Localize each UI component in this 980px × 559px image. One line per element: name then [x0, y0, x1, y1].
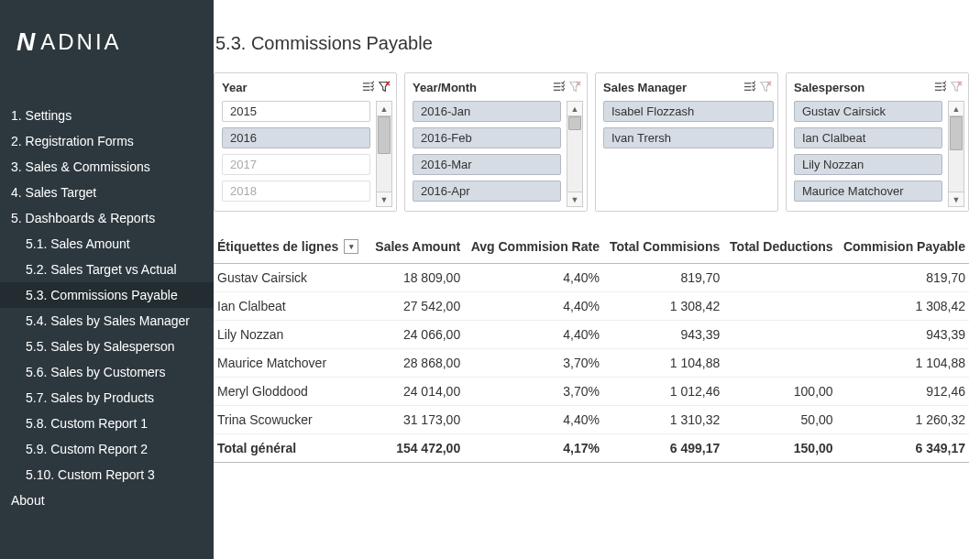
col-row-labels: Étiquettes de lignes — [217, 239, 338, 254]
sidebar-subitem[interactable]: 5.4. Sales by Sales Manager — [0, 308, 214, 334]
col-sales-amount: Sales Amount — [369, 234, 464, 264]
cell-ded — [723, 292, 836, 321]
slicer-year-month-title: Year/Month — [413, 81, 550, 94]
cell-name: Ian Clalbeat — [214, 292, 369, 321]
cell-comm: 1 310,32 — [603, 406, 723, 434]
slicer-item[interactable]: 2017 — [222, 154, 370, 175]
cell-name: Trina Scowucker — [214, 406, 369, 434]
multiselect-icon[interactable] — [741, 79, 757, 95]
slicer-item[interactable]: 2016-Feb — [413, 127, 561, 148]
slicer-item[interactable]: Ian Clalbeat — [794, 127, 942, 148]
slicer-salesperson-title: Salesperson — [794, 81, 931, 94]
table-row: Maurice Matchover28 868,003,70%1 104,881… — [214, 349, 969, 378]
sidebar-item[interactable]: 3. Sales & Commissions — [0, 154, 214, 180]
cell-pay: 943,39 — [837, 321, 969, 349]
slicer-year-title: Year — [222, 81, 359, 94]
cell-sales: 18 809,00 — [369, 264, 464, 292]
scroll-up-icon[interactable]: ▲ — [567, 102, 582, 116]
sidebar-subitem[interactable]: 5.9. Custom Report 2 — [0, 436, 214, 462]
clear-filter-icon[interactable] — [757, 79, 774, 95]
cell-rate: 3,70% — [464, 349, 603, 378]
scroll-thumb[interactable] — [568, 116, 581, 130]
cell-name: Meryl Gloddood — [214, 378, 369, 406]
sidebar-item[interactable]: About — [0, 488, 214, 513]
cell-comm: 943,39 — [603, 321, 723, 349]
col-total-commissions: Total Commisions — [603, 234, 723, 264]
scroll-up-icon[interactable]: ▲ — [377, 102, 391, 116]
total-commissions: 6 499,17 — [603, 434, 723, 463]
cell-comm: 1 308,42 — [603, 292, 723, 321]
slicer-item[interactable]: 2016 — [222, 127, 370, 148]
table-row: Meryl Gloddood24 014,003,70%1 012,46100,… — [214, 378, 969, 406]
scroll-thumb[interactable] — [950, 116, 963, 150]
slicer-item[interactable]: Isabel Flozzash — [603, 101, 774, 122]
slicer-item[interactable]: 2016-Jan — [413, 101, 561, 122]
scroll-thumb[interactable] — [378, 116, 391, 154]
clear-filter-icon[interactable] — [567, 79, 583, 95]
cell-name: Lily Nozzan — [214, 321, 369, 349]
total-label: Total général — [214, 434, 369, 463]
cell-sales: 27 542,00 — [369, 292, 464, 321]
total-rate: 4,17% — [464, 434, 603, 463]
slicer-item[interactable]: 2015 — [222, 101, 370, 122]
sidebar-subitem[interactable]: 5.8. Custom Report 1 — [0, 411, 214, 436]
slicer-sales-manager-title: Sales Manager — [603, 81, 741, 94]
scroll-down-icon[interactable]: ▼ — [377, 192, 391, 206]
cell-comm: 1 012,46 — [603, 378, 723, 406]
clear-filter-icon[interactable] — [948, 79, 964, 95]
slicer-item[interactable]: Maurice Matchover — [794, 181, 942, 202]
logo-text: ADNIA — [40, 29, 121, 55]
multiselect-icon[interactable] — [550, 79, 567, 95]
scroll-down-icon[interactable]: ▼ — [949, 192, 963, 206]
main-content: 5.3. Commissions Payable Year 2015201620… — [214, 0, 980, 559]
sidebar-item[interactable]: 1. Settings — [0, 103, 214, 128]
slicer-salesperson: Salesperson Gustav CairsickIan ClalbeatL… — [786, 72, 969, 212]
table-row: Trina Scowucker31 173,004,40%1 310,3250,… — [214, 406, 969, 434]
row-label-dropdown-icon[interactable]: ▾ — [344, 239, 358, 254]
sidebar-item[interactable]: 2. Registration Forms — [0, 128, 214, 154]
slicer-item[interactable]: 2016-Apr — [413, 181, 561, 202]
slicer-item[interactable]: Lily Nozzan — [794, 154, 942, 175]
cell-rate: 4,40% — [464, 406, 603, 434]
cell-sales: 24 066,00 — [369, 321, 464, 349]
page-title: 5.3. Commissions Payable — [214, 0, 980, 72]
slicer-item[interactable]: 2018 — [222, 181, 370, 202]
sidebar-subitem[interactable]: 5.10. Custom Report 3 — [0, 462, 214, 488]
col-total-deductions: Total Deductions — [723, 234, 836, 264]
cell-rate: 4,40% — [464, 292, 603, 321]
sidebar-subitem[interactable]: 5.1. Sales Amount — [0, 231, 214, 257]
sidebar-item[interactable]: 5. Dashboards & Reports — [0, 205, 214, 231]
multiselect-icon[interactable] — [931, 79, 948, 95]
cell-comm: 819,70 — [603, 264, 723, 292]
slicer-item[interactable]: Ivan Trersh — [603, 127, 774, 148]
cell-comm: 1 104,88 — [603, 349, 723, 378]
col-commission-payable: Commision Payable — [837, 234, 969, 264]
scrollbar[interactable]: ▲ ▼ — [376, 101, 392, 207]
total-payable: 6 349,17 — [837, 434, 969, 463]
slicer-item[interactable]: Gustav Cairsick — [794, 101, 942, 122]
scroll-up-icon[interactable]: ▲ — [949, 102, 963, 116]
multiselect-icon[interactable] — [359, 79, 376, 95]
cell-sales: 31 173,00 — [369, 406, 464, 434]
scroll-down-icon[interactable]: ▼ — [567, 192, 582, 206]
slicer-sales-manager: Sales Manager Isabel FlozzashIvan Trersh — [595, 72, 778, 212]
total-sales: 154 472,00 — [369, 434, 464, 463]
cell-ded — [723, 264, 836, 292]
sidebar-subitem[interactable]: 5.6. Sales by Customers — [0, 359, 214, 385]
sidebar-subitem[interactable]: 5.3. Commissions Payable — [0, 282, 214, 308]
scrollbar[interactable]: ▲ ▼ — [948, 101, 964, 207]
table-row: Gustav Cairsick18 809,004,40%819,70819,7… — [214, 264, 969, 292]
scrollbar[interactable]: ▲ ▼ — [567, 101, 583, 207]
table-row: Lily Nozzan24 066,004,40%943,39943,39 — [214, 321, 969, 349]
logo-icon: N — [17, 27, 31, 57]
slicer-item[interactable]: 2016-Mar — [413, 154, 561, 175]
sidebar-subitem[interactable]: 5.2. Sales Target vs Actual — [0, 257, 214, 282]
sidebar-subitem[interactable]: 5.5. Sales by Salesperson — [0, 334, 214, 359]
sidebar-item[interactable]: 4. Sales Target — [0, 180, 214, 205]
clear-filter-icon[interactable] — [376, 79, 392, 95]
sidebar-subitem[interactable]: 5.7. Sales by Products — [0, 385, 214, 411]
pivot-table: Étiquettes de lignes ▾ Sales Amount Avg … — [214, 234, 969, 463]
col-avg-rate: Avg Commision Rate — [464, 234, 603, 264]
cell-sales: 24 014,00 — [369, 378, 464, 406]
cell-pay: 912,46 — [837, 378, 969, 406]
